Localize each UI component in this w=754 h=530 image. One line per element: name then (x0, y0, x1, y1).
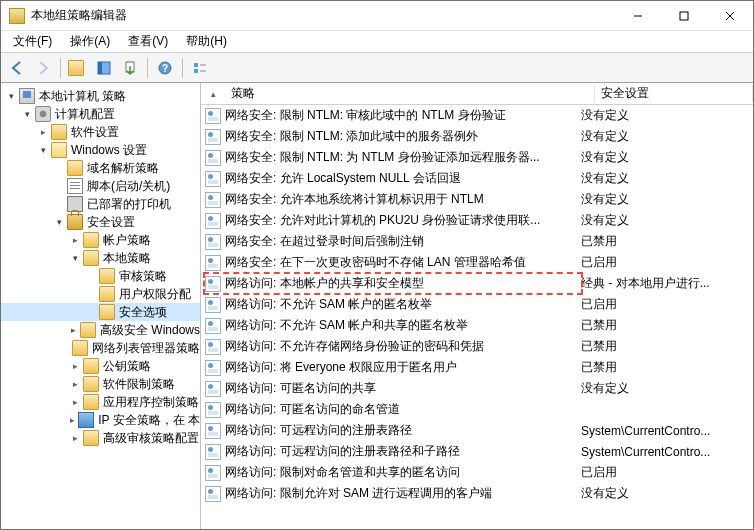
policy-row[interactable]: 网络安全: 允许 LocalSystem NULL 会话回退没有定义 (201, 168, 753, 189)
policy-row[interactable]: 网络安全: 限制 NTLM: 审核此域中的 NTLM 身份验证没有定义 (201, 105, 753, 126)
policy-name: 网络安全: 限制 NTLM: 为 NTLM 身份验证添加远程服务器... (225, 149, 575, 166)
tree-item[interactable]: 审核策略 (1, 267, 200, 285)
expander-icon[interactable] (69, 324, 78, 336)
policy-row[interactable]: 网络访问: 可匿名访问的命名管道 (201, 399, 753, 420)
expander-icon[interactable] (69, 360, 81, 372)
export-list-button[interactable] (118, 56, 142, 80)
policy-item-icon (205, 486, 221, 502)
tree-item-label: 域名解析策略 (87, 160, 159, 177)
policy-row[interactable]: 网络访问: 可远程访问的注册表路径和子路径System\CurrentContr… (201, 441, 753, 462)
minimize-button[interactable] (615, 1, 661, 30)
policy-row[interactable]: 网络访问: 可匿名访问的共享没有定义 (201, 378, 753, 399)
up-level-button[interactable] (66, 56, 90, 80)
policy-row[interactable]: 网络安全: 在超过登录时间后强制注销已禁用 (201, 231, 753, 252)
menu-help[interactable]: 帮助(H) (178, 31, 235, 52)
svg-rect-10 (194, 69, 198, 73)
policy-row[interactable]: 网络访问: 不允许 SAM 帐户和共享的匿名枚举已禁用 (201, 315, 753, 336)
policy-setting: 没有定义 (575, 107, 753, 124)
policy-row[interactable]: 网络安全: 允许对此计算机的 PKU2U 身份验证请求使用联...没有定义 (201, 210, 753, 231)
policy-item-icon (205, 129, 221, 145)
tree-item[interactable]: 公钥策略 (1, 357, 200, 375)
tree-item[interactable]: 软件设置 (1, 123, 200, 141)
toolbar-separator (147, 58, 148, 78)
column-header-policy[interactable]: 策略 (225, 85, 595, 102)
policy-item-icon (205, 318, 221, 334)
folder-icon (83, 430, 99, 446)
policy-row[interactable]: 网络安全: 允许本地系统将计算机标识用于 NTLM没有定义 (201, 189, 753, 210)
menu-file[interactable]: 文件(F) (5, 31, 60, 52)
tree-item[interactable]: 安全设置 (1, 213, 200, 231)
expander-icon[interactable] (5, 90, 17, 102)
tree-item[interactable]: 用户权限分配 (1, 285, 200, 303)
tree-item[interactable]: 帐户策略 (1, 231, 200, 249)
policy-row[interactable]: 网络安全: 在下一次更改密码时不存储 LAN 管理器哈希值已启用 (201, 252, 753, 273)
policy-row[interactable]: 网络访问: 不允许存储网络身份验证的密码和凭据已禁用 (201, 336, 753, 357)
titlebar: 本地组策略编辑器 (1, 1, 753, 31)
forward-button[interactable] (31, 56, 55, 80)
policy-name: 网络访问: 可远程访问的注册表路径和子路径 (225, 443, 575, 460)
policy-item-icon (205, 171, 221, 187)
list-body[interactable]: 网络安全: 限制 NTLM: 审核此域中的 NTLM 身份验证没有定义网络安全:… (201, 105, 753, 529)
expander-none (53, 162, 65, 174)
policy-setting: System\CurrentContro... (575, 424, 753, 438)
policy-row[interactable]: 网络访问: 可远程访问的注册表路径System\CurrentContro... (201, 420, 753, 441)
tree-item[interactable]: Windows 设置 (1, 141, 200, 159)
tree-item[interactable]: 域名解析策略 (1, 159, 200, 177)
column-header-setting[interactable]: 安全设置 (595, 85, 753, 102)
policy-row[interactable]: 网络安全: 限制 NTLM: 添加此域中的服务器例外没有定义 (201, 126, 753, 147)
policy-row[interactable]: 网络访问: 将 Everyone 权限应用于匿名用户已禁用 (201, 357, 753, 378)
policy-row[interactable]: 网络访问: 不允许 SAM 帐户的匿名枚举已启用 (201, 294, 753, 315)
tree-item[interactable]: 高级审核策略配置 (1, 429, 200, 447)
menu-view[interactable]: 查看(V) (120, 31, 176, 52)
svg-text:?: ? (162, 63, 168, 74)
expander-icon[interactable] (37, 126, 49, 138)
expander-icon[interactable] (69, 432, 81, 444)
policy-setting: 没有定义 (575, 212, 753, 229)
tree-item-label: 用户权限分配 (119, 286, 191, 303)
tree-item-label: 脚本(启动/关机) (87, 178, 170, 195)
expander-icon[interactable] (53, 216, 65, 228)
expander-icon[interactable] (69, 234, 81, 246)
tree-item[interactable]: 计算机配置 (1, 105, 200, 123)
expander-icon[interactable] (21, 108, 33, 120)
policy-setting: 已禁用 (575, 359, 753, 376)
policy-row[interactable]: 网络安全: 限制 NTLM: 为 NTLM 身份验证添加远程服务器...没有定义 (201, 147, 753, 168)
tree-item[interactable]: 脚本(启动/关机) (1, 177, 200, 195)
close-button[interactable] (707, 1, 753, 30)
back-button[interactable] (5, 56, 29, 80)
maximize-button[interactable] (661, 1, 707, 30)
view-mode-button[interactable] (188, 56, 212, 80)
expander-icon[interactable] (69, 378, 81, 390)
policy-row[interactable]: 网络访问: 本地帐户的共享和安全模型经典 - 对本地用户进行... (201, 273, 753, 294)
policy-name: 网络访问: 可匿名访问的共享 (225, 380, 575, 397)
policy-name: 网络访问: 限制对命名管道和共享的匿名访问 (225, 464, 575, 481)
show-hide-button[interactable] (92, 56, 116, 80)
policy-item-icon (205, 360, 221, 376)
tree-item[interactable]: 已部署的打印机 (1, 195, 200, 213)
policy-name: 网络访问: 将 Everyone 权限应用于匿名用户 (225, 359, 575, 376)
tree-item[interactable]: 安全选项 (1, 303, 200, 321)
tree-item[interactable]: 本地策略 (1, 249, 200, 267)
tree-item[interactable]: 高级安全 Windows (1, 321, 200, 339)
folder-icon (99, 304, 115, 320)
tree-item[interactable]: 网络列表管理器策略 (1, 339, 200, 357)
policy-row[interactable]: 网络访问: 限制允许对 SAM 进行远程调用的客户端没有定义 (201, 483, 753, 504)
menu-action[interactable]: 操作(A) (62, 31, 118, 52)
expander-icon[interactable] (69, 414, 76, 426)
expander-icon[interactable] (37, 144, 49, 156)
policy-name: 网络安全: 允许本地系统将计算机标识用于 NTLM (225, 191, 575, 208)
tree-item[interactable]: IP 安全策略，在 本 (1, 411, 200, 429)
tree-item[interactable]: 软件限制策略 (1, 375, 200, 393)
help-button[interactable]: ? (153, 56, 177, 80)
tree-item[interactable]: 本地计算机 策略 (1, 87, 200, 105)
expander-icon[interactable] (69, 396, 81, 408)
folder-icon (72, 340, 88, 356)
policy-name: 网络访问: 不允许 SAM 帐户的匿名枚举 (225, 296, 575, 313)
expander-icon[interactable] (69, 252, 81, 264)
tree-item[interactable]: 应用程序控制策略 (1, 393, 200, 411)
tree-pane[interactable]: 本地计算机 策略计算机配置软件设置Windows 设置域名解析策略脚本(启动/关… (1, 83, 201, 529)
policy-name: 网络安全: 在下一次更改密码时不存储 LAN 管理器哈希值 (225, 254, 575, 271)
folder-icon (83, 394, 99, 410)
folder-icon (83, 232, 99, 248)
policy-row[interactable]: 网络访问: 限制对命名管道和共享的匿名访问已启用 (201, 462, 753, 483)
